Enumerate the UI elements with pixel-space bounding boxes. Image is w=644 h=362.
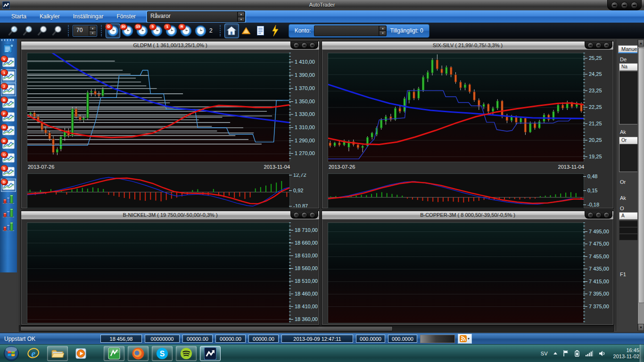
workspace-select[interactable]: Råvaror ▲▼ — [147, 11, 245, 22]
home-button[interactable] — [225, 24, 239, 38]
maximize-button[interactable] — [301, 42, 307, 49]
zoom-reset-button[interactable] — [50, 24, 64, 38]
scroll-down-icon[interactable]: ▼ — [638, 324, 644, 331]
minimize-button[interactable] — [587, 42, 594, 49]
interval-30-button[interactable]: 30 — [121, 24, 134, 38]
news-scroll-button[interactable] — [1, 42, 16, 55]
close-button[interactable] — [631, 2, 638, 9]
menu-item-kalkyler[interactable]: Kalkyler — [33, 11, 66, 22]
bar-chart-button-3[interactable] — [1, 220, 16, 232]
warning-button[interactable] — [239, 24, 253, 38]
start-button[interactable] — [3, 345, 20, 362]
show-desktop-button[interactable] — [640, 345, 644, 362]
maximize-button[interactable] — [595, 212, 602, 218]
chart-view-1-button[interactable]: 1 — [1, 70, 16, 82]
taskbar-explorer[interactable] — [47, 346, 68, 361]
tab-manuell[interactable]: Manue — [618, 45, 638, 53]
interval-15-button[interactable]: 15 — [135, 24, 149, 38]
spinner-down-icon[interactable]: ▼ — [379, 31, 386, 36]
workspace-spinner[interactable]: ▲▼ — [237, 12, 245, 22]
taskbar-skype[interactable]: S — [152, 346, 173, 361]
period-spinner[interactable]: ▲▼ — [89, 26, 96, 36]
interval-custom-button[interactable] — [194, 24, 207, 38]
chart-window-six-silv[interactable]: SIX-SILV ( 21,99/-0,75/-3,3% )25,2524,25… — [322, 41, 614, 209]
panel-row[interactable] — [619, 221, 638, 227]
tray-clock[interactable]: 16:45 2013-11-02 — [613, 347, 639, 360]
maximize-button[interactable] — [301, 212, 307, 218]
chart-view-V-button[interactable]: V — [1, 56, 16, 68]
panel-header-a[interactable]: A — [619, 212, 638, 220]
bar-chart-button-2[interactable] — [1, 206, 16, 219]
chart-view-O-button[interactable]: O — [1, 152, 16, 164]
chart-window-b-nickel-3m[interactable]: B-NICKEL-3M ( 19 750,00/-50,00/-0,3% )18… — [21, 211, 320, 325]
price-chart[interactable] — [328, 222, 584, 323]
taskbar-firefox[interactable] — [128, 346, 149, 361]
panel-header-namn[interactable]: Na — [619, 63, 638, 71]
scrollbar-thumb[interactable] — [20, 326, 393, 331]
order-list[interactable] — [619, 144, 638, 172]
spinner-up-icon[interactable]: ▲ — [379, 26, 386, 31]
scroll-up-icon[interactable]: ▲ — [638, 40, 644, 47]
account-spinner[interactable]: ▲▼ — [379, 26, 386, 36]
panel-vertical-scrollbar[interactable]: ▲ ▼ — [637, 40, 644, 331]
menu-item-fönster[interactable]: Fönster — [110, 11, 142, 22]
action-center-icon[interactable] — [563, 350, 569, 357]
mdi-horizontal-scrollbar[interactable] — [19, 325, 614, 332]
connect-button[interactable] — [269, 24, 282, 38]
chart-window-titlebar[interactable]: B-NICKEL-3M ( 19 750,00/-50,00/-0,3% ) — [21, 211, 319, 220]
scrollbar-thumb[interactable] — [638, 48, 644, 303]
price-chart[interactable] — [27, 53, 290, 162]
spinner-down-icon[interactable]: ▼ — [238, 17, 245, 22]
spinner-up-icon[interactable]: ▲ — [238, 12, 245, 17]
menu-item-starta[interactable]: Starta — [5, 11, 33, 22]
maximize-button[interactable] — [621, 2, 628, 9]
tray-expand-icon[interactable] — [553, 352, 558, 355]
volume-icon[interactable] — [598, 350, 606, 357]
macd-chart[interactable] — [27, 173, 290, 208]
chart-window-titlebar[interactable]: GLDPM ( 1 361,00/13,25/1,0% ) — [21, 41, 319, 50]
minimize-button[interactable] — [611, 2, 618, 9]
app-titlebar[interactable]: AutoTrader — [0, 0, 644, 11]
battery-icon[interactable] — [574, 350, 580, 357]
network-icon[interactable] — [585, 350, 593, 357]
taskbar-internet-explorer[interactable]: e — [23, 346, 44, 361]
minimize-button[interactable] — [587, 212, 594, 218]
macd-chart[interactable] — [328, 173, 584, 208]
maximize-button[interactable] — [595, 42, 602, 49]
minimize-button[interactable] — [293, 212, 299, 218]
chart-view-2-button[interactable]: 2 — [1, 83, 16, 96]
zoom-window-button[interactable] — [35, 24, 49, 38]
toolbar-grip[interactable] — [1, 39, 15, 41]
chart-view-B-button[interactable]: B — [1, 97, 16, 109]
chart-view-M-button[interactable]: M — [1, 124, 16, 137]
chart-view-D-button[interactable]: D — [1, 179, 16, 191]
interval-D-button[interactable]: D — [106, 24, 120, 38]
chart-window-titlebar[interactable]: SIX-SILV ( 21,99/-0,75/-3,3% ) — [322, 41, 613, 50]
zoom-in-button[interactable] — [6, 24, 20, 38]
account-select[interactable]: ▲▼ — [314, 25, 387, 36]
minimize-button[interactable] — [293, 42, 299, 49]
report-button[interactable] — [254, 24, 268, 38]
panel-header-order[interactable]: Or — [619, 137, 638, 144]
zoom-out-button[interactable] — [21, 24, 34, 38]
panel-row[interactable] — [619, 227, 638, 234]
close-button[interactable] — [309, 212, 315, 218]
close-button[interactable] — [603, 42, 610, 49]
menu-item-inställningar[interactable]: Inställningar — [66, 11, 110, 22]
bar-chart-button-1[interactable] — [1, 193, 16, 205]
interval-R-button[interactable]: R — [179, 24, 193, 38]
rss-button[interactable]: ▼ — [458, 334, 472, 344]
interval-5-button[interactable]: 5 — [150, 24, 164, 38]
chart-window-gldpm[interactable]: GLDPM ( 1 361,00/13,25/1,0% )1 410,001 3… — [21, 41, 320, 209]
taskbar-media-player[interactable] — [71, 346, 92, 361]
taskbar-trader-green[interactable] — [104, 346, 124, 361]
spinner-up-icon[interactable]: ▲ — [89, 26, 96, 31]
close-button[interactable] — [603, 212, 610, 218]
close-button[interactable] — [309, 42, 315, 49]
chart-view-S-button[interactable]: S — [1, 165, 16, 178]
period-input[interactable]: 70▲▼ — [73, 25, 97, 36]
tray-language[interactable]: SV — [541, 351, 548, 356]
interval-1-button[interactable]: 1 — [165, 24, 178, 38]
chart-view-F-button[interactable]: F — [1, 111, 16, 123]
depot-list[interactable] — [619, 71, 638, 124]
